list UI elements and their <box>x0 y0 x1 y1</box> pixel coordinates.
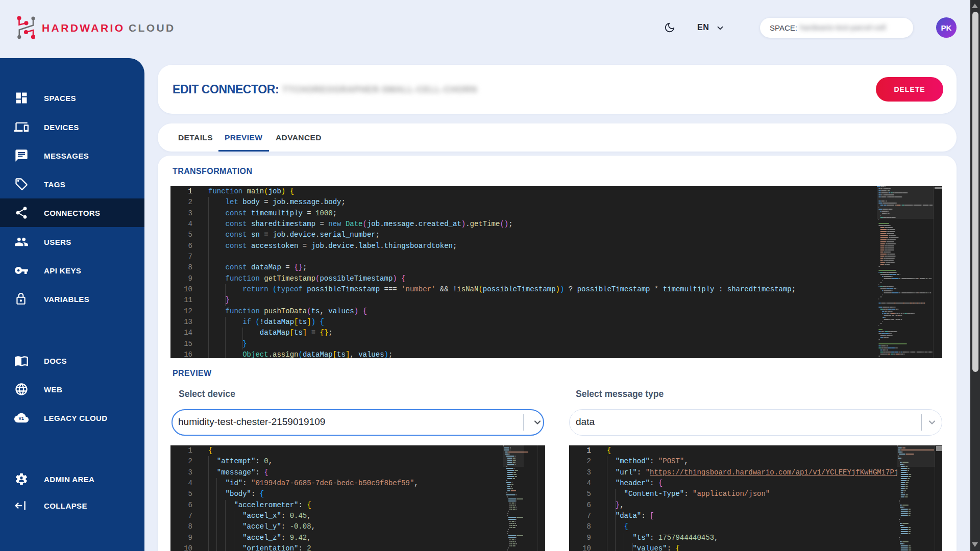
svg-text:v1: v1 <box>19 416 24 421</box>
